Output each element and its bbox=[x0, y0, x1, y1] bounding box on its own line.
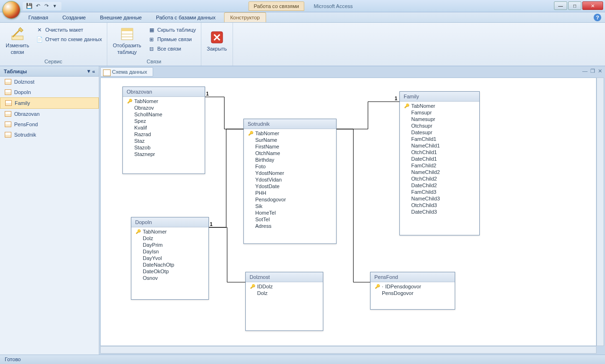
field-row[interactable]: Staz bbox=[123, 138, 205, 144]
field-row[interactable]: DateChild1 bbox=[400, 156, 479, 162]
field-row[interactable]: Foto bbox=[244, 163, 336, 170]
field-row[interactable]: Staznepr bbox=[123, 151, 205, 157]
nav-item[interactable]: PensFond bbox=[0, 119, 99, 130]
qat-dropdown-icon[interactable]: ▾ bbox=[51, 2, 59, 10]
close-schema-button[interactable]: Закрыть bbox=[204, 25, 230, 57]
field-row[interactable]: 🔑TabNomer bbox=[244, 130, 336, 137]
field-row[interactable]: OtchChild2 bbox=[400, 175, 479, 182]
field-row[interactable]: NameChild1 bbox=[400, 142, 479, 149]
tab-home[interactable]: Главная bbox=[23, 13, 54, 22]
field-row[interactable]: 🔑TabNomer bbox=[123, 98, 205, 104]
hide-table-button[interactable]: ▦ Скрыть таблицу bbox=[146, 26, 198, 34]
clear-layout-button[interactable]: ✕ Очистить макет bbox=[34, 26, 104, 34]
help-icon[interactable]: ? bbox=[594, 14, 601, 21]
office-button[interactable] bbox=[2, 1, 20, 19]
field-row[interactable]: SurName bbox=[244, 137, 336, 143]
tab-external[interactable]: Внешние данные bbox=[95, 13, 147, 22]
field-row[interactable]: Otchsupr bbox=[400, 122, 479, 129]
field-row[interactable]: DateChild3 bbox=[400, 208, 479, 215]
table-box[interactable]: PensFond🔑·IDPensdogovorPensDogovor bbox=[370, 272, 455, 310]
nav-item[interactable]: DopoIn bbox=[0, 87, 99, 97]
field-row[interactable]: DayPrim bbox=[131, 242, 208, 248]
redo-icon[interactable]: ↷ bbox=[43, 2, 50, 10]
field-row[interactable]: 🔑TabNomer bbox=[131, 228, 208, 235]
nav-item[interactable]: Obrazovan bbox=[0, 109, 99, 119]
field-row[interactable]: FamChild3 bbox=[400, 189, 479, 195]
field-row[interactable]: 🔑TabNomer bbox=[400, 103, 479, 109]
field-row[interactable]: FamChild1 bbox=[400, 136, 479, 142]
field-row[interactable]: DayIsn bbox=[131, 248, 208, 255]
field-row[interactable]: 🔑IDDolz bbox=[246, 283, 323, 290]
save-icon[interactable]: 💾 bbox=[26, 2, 33, 10]
show-table-button[interactable]: Отобразить таблицу bbox=[110, 25, 144, 57]
tab-dbtools[interactable]: Работа с базами данных bbox=[150, 13, 221, 22]
all-links-button[interactable]: ⊟ Все связи bbox=[146, 44, 198, 53]
tab-design[interactable]: Конструктор bbox=[224, 12, 266, 22]
edit-relationships-button[interactable]: Изменить связи bbox=[3, 25, 32, 57]
field-row[interactable]: OtchChild3 bbox=[400, 202, 479, 208]
schema-report-button[interactable]: 📄 Отчет по схеме данных bbox=[34, 35, 104, 43]
doc-min-icon[interactable]: — bbox=[582, 68, 588, 74]
field-row[interactable]: Osnov bbox=[131, 275, 208, 281]
ribbon-tabs: Главная Создание Внешние данные Работа с… bbox=[0, 12, 605, 23]
field-row[interactable]: Datesupr bbox=[400, 129, 479, 136]
field-row[interactable]: Namesupr bbox=[400, 116, 479, 122]
key-icon: 🔑 bbox=[135, 228, 141, 235]
field-row[interactable]: SotTel bbox=[244, 216, 336, 223]
field-row[interactable]: FamChild2 bbox=[400, 162, 479, 169]
field-row[interactable]: Dolz bbox=[131, 235, 208, 242]
table-box[interactable]: Family🔑TabNomerFamsuprNamesuprOtchsuprDa… bbox=[399, 91, 480, 235]
maximize-button[interactable]: □ bbox=[568, 1, 581, 10]
field-row[interactable]: Razrad bbox=[123, 131, 205, 138]
table-box[interactable]: Obrazovan🔑TabNomerObrazovSchollNameSpezK… bbox=[122, 87, 205, 174]
nav-item[interactable]: Sotrudnik bbox=[0, 130, 99, 140]
field-row[interactable]: DateChild2 bbox=[400, 182, 479, 189]
field-row[interactable]: PHH bbox=[244, 190, 336, 196]
nav-item[interactable]: Family bbox=[0, 97, 99, 109]
table-box[interactable]: Dolznost🔑IDDolzDolz bbox=[245, 272, 323, 331]
nav-header[interactable]: Таблицы ▾« bbox=[0, 66, 99, 77]
tab-create[interactable]: Создание bbox=[57, 13, 92, 22]
doc-restore-icon[interactable]: ❐ bbox=[590, 68, 595, 74]
table-icon bbox=[5, 121, 11, 127]
field-row[interactable]: Birthday bbox=[244, 156, 336, 163]
field-row[interactable]: Kvalif bbox=[123, 124, 205, 131]
field-row[interactable]: HomeTel bbox=[244, 209, 336, 216]
field-row[interactable]: 🔑·IDPensdogovor bbox=[371, 283, 455, 290]
field-row[interactable]: DateNachOtp bbox=[131, 261, 208, 268]
field-row[interactable]: Adress bbox=[244, 223, 336, 229]
field-row[interactable]: NameChild2 bbox=[400, 169, 479, 175]
doc-close-icon[interactable]: ✕ bbox=[598, 68, 602, 74]
field-row[interactable]: PensDogovor bbox=[371, 290, 455, 296]
field-row[interactable]: YdostVidan bbox=[244, 176, 336, 183]
field-row[interactable]: Spez bbox=[123, 118, 205, 124]
field-row[interactable]: Obrazov bbox=[123, 104, 205, 111]
field-row[interactable]: FirstName bbox=[244, 143, 336, 150]
nav-item[interactable]: Dolznost bbox=[0, 77, 99, 87]
field-row[interactable]: DateOkOtp bbox=[131, 268, 208, 275]
table-box[interactable]: DopoIn🔑TabNomerDolzDayPrimDayIsnDayYvolD… bbox=[131, 217, 209, 300]
doc-tab[interactable]: Схема данных bbox=[100, 67, 153, 77]
minimize-button[interactable]: — bbox=[554, 1, 567, 10]
field-row[interactable]: NameChild3 bbox=[400, 195, 479, 202]
canvas[interactable]: Obrazovan🔑TabNomerObrazovSchollNameSpezK… bbox=[100, 78, 596, 346]
field-row[interactable]: Pensdogovor bbox=[244, 196, 336, 203]
field-row[interactable]: Sik bbox=[244, 203, 336, 209]
chevron-down-icon[interactable]: ▾« bbox=[87, 68, 95, 74]
horizontal-scrollbar[interactable] bbox=[100, 346, 596, 354]
field-row[interactable]: YdostNomer bbox=[244, 170, 336, 176]
direct-links-button[interactable]: ⊞ Прямые связи bbox=[146, 35, 198, 43]
field-row[interactable]: OtchChild1 bbox=[400, 149, 479, 156]
field-row[interactable]: OtchName bbox=[244, 150, 336, 156]
field-row[interactable]: DayYvol bbox=[131, 255, 208, 261]
field-row[interactable]: SchollName bbox=[123, 111, 205, 118]
field-row[interactable]: YdostDate bbox=[244, 183, 336, 190]
undo-icon[interactable]: ↶ bbox=[34, 2, 42, 10]
hide-table-icon: ▦ bbox=[148, 26, 156, 34]
field-row[interactable]: Famsupr bbox=[400, 109, 479, 116]
table-box[interactable]: Sotrudnik🔑TabNomerSurNameFirstNameOtchNa… bbox=[243, 119, 337, 244]
field-row[interactable]: Dolz bbox=[246, 290, 323, 296]
vertical-scrollbar[interactable] bbox=[596, 78, 604, 346]
close-button[interactable]: ✕ bbox=[582, 1, 603, 10]
field-row[interactable]: Stazob bbox=[123, 144, 205, 151]
